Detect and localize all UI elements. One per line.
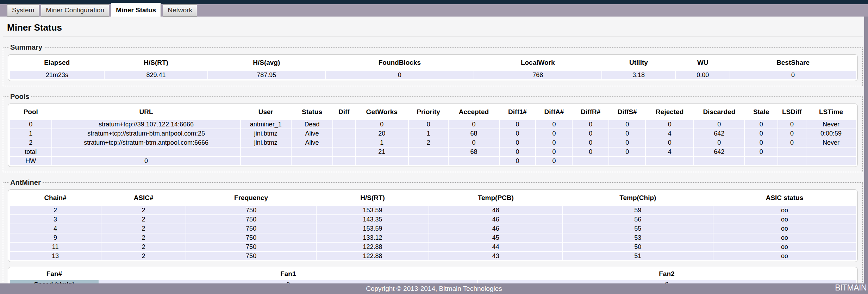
antminer-table: Chain#ASIC#FrequencyH/S(RT)Temp(PCB)Temp… [9,190,856,261]
table-cell: 153.59 [317,206,429,214]
table-cell [449,157,499,165]
column-header: Priority [409,105,448,119]
table-cell [333,148,355,156]
table-cell: 0 [730,71,856,79]
table-cell: Dead [292,120,332,129]
table-cell: jini.btmz [241,138,291,147]
pools-table: PoolURLUserStatusDiffGetWorksPriorityAcc… [9,105,856,166]
tab-network[interactable]: Network [163,4,197,17]
column-header: Fan1 [99,269,477,280]
table-cell: 0 [326,71,474,79]
table-cell [333,129,355,138]
column-header: H/S(avg) [208,56,325,70]
table-cell: 0 [778,129,806,138]
table-cell: 0 [573,138,608,147]
table-cell: 55 [563,224,713,233]
table-cell: 750 [186,252,316,260]
tab-system[interactable]: System [7,4,39,17]
table-cell: 0 [500,148,536,156]
table-row: 2stratum+tcp://stratum-btm.antpool.com:6… [10,138,856,147]
table-cell: 0 [536,157,572,165]
table-cell: 46 [429,224,562,233]
table-cell: 0 [449,138,499,147]
tab-miner-status[interactable]: Miner Status [111,3,161,17]
column-header: Diff1# [500,105,536,119]
table-cell: 0 [745,120,777,129]
table-cell: 3.18 [602,71,675,79]
table-cell: oo [713,224,856,233]
table-cell [356,157,408,165]
table-cell: 51 [563,252,713,260]
table-cell [609,157,645,165]
table-cell: 0 [536,138,572,147]
fan-table: Fan# Fan1 Fan2 Speed (r/min) 0 0 [9,268,856,283]
table-cell: 59 [563,206,713,214]
fan-speed-row: Speed (r/min) 0 0 [10,280,856,283]
table-cell: stratum+tcp://39.107.122.14:6666 [52,120,240,129]
table-cell: 0 [356,120,408,129]
table-cell: 20 [356,129,408,138]
table-row: total2168000046420 [10,148,856,156]
column-header: URL [52,105,240,119]
table-cell: 0 [745,129,777,138]
tab-bar: System Miner Configuration Miner Status … [0,4,868,17]
column-header: Pool [10,105,51,119]
column-header: LocalWork [474,56,601,70]
column-header: FoundBlocks [326,56,474,70]
table-cell: 0 [500,120,536,129]
table-cell: 44 [429,243,562,251]
table-cell: 43 [429,252,562,260]
table-cell: 2 [409,138,448,147]
column-header: Utility [602,56,675,70]
table-cell [409,157,448,165]
table-row: 32750143.354656oo [10,215,856,224]
table-cell: Alive [292,129,332,138]
table-cell: 0 [500,129,536,138]
table-cell: HW [10,157,51,165]
table-row: HW000 [10,157,856,165]
table-cell: oo [713,252,856,260]
table-cell [573,157,608,165]
title-divider [3,37,863,37]
table-cell: 642 [694,148,744,156]
table-cell: 787.95 [208,71,325,79]
column-header: GetWorks [356,105,408,119]
column-header: ASIC status [713,191,856,205]
table-cell: 2 [10,206,101,214]
table-row: 22750153.594859oo [10,206,856,214]
pools-table-box: PoolURLUserStatusDiffGetWorksPriorityAcc… [8,104,858,167]
table-cell: 0 [573,148,608,156]
table-cell: 2 [101,233,186,242]
table-cell [745,157,777,165]
column-header: User [241,105,291,119]
page-title: Miner Status [7,22,864,33]
column-header: Rejected [646,105,693,119]
table-cell: 68 [449,148,499,156]
table-cell: Never [806,138,856,147]
pools-legend: Pools [8,93,31,101]
table-cell: 21 [356,148,408,156]
table-cell [333,120,355,129]
table-cell: 2 [101,224,186,233]
table-cell: 0 [500,157,536,165]
table-cell [694,157,744,165]
fan1-speed-value: 0 [99,280,477,283]
column-header: Temp(PCB) [429,191,562,205]
table-cell: 13 [10,252,101,260]
column-header: Accepted [449,105,499,119]
table-cell: 750 [186,243,316,251]
table-cell: 133.12 [317,233,429,242]
table-cell: 750 [186,233,316,242]
tab-miner-configuration[interactable]: Miner Configuration [41,4,109,17]
table-cell: 4 [646,148,693,156]
table-cell: 68 [449,129,499,138]
table-cell: 750 [186,206,316,214]
table-cell: 2 [101,243,186,251]
table-cell: 2 [101,215,186,224]
bitmain-logo-text: BITMAIN [835,283,867,293]
table-cell: 0 [609,148,645,156]
table-cell: 46 [429,215,562,224]
copyright-text: Copyright © 2013-2014, Bitmain Technolog… [366,285,502,292]
table-cell: antminer_1 [241,120,291,129]
table-cell: 122.88 [317,252,429,260]
